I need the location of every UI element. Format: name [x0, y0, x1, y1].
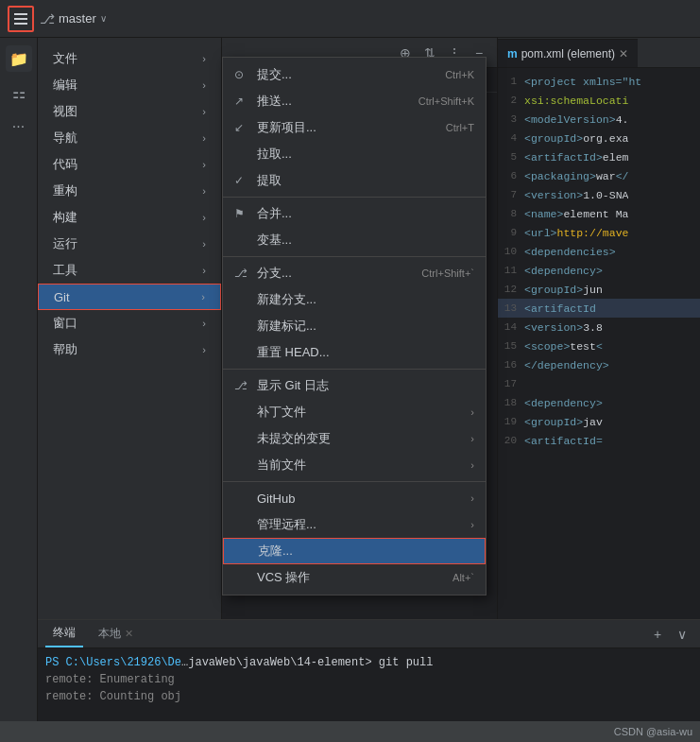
code-line-20: 20 <artifactId= [498, 431, 700, 450]
menu-item-run-label: 运行 [53, 235, 77, 252]
menu-item-build[interactable]: 构建 › [38, 204, 221, 231]
submenu-patch-file[interactable]: 补丁文件 › [223, 399, 486, 425]
submenu-current-file[interactable]: 当前文件 › [223, 452, 486, 478]
terminal-tab-label: 终端 [53, 625, 76, 641]
submenu-branch-label: 分支... [257, 265, 292, 282]
submenu-manage-remotes-arrow: › [470, 519, 474, 530]
submenu-new-tag[interactable]: 新建标记... [223, 313, 486, 339]
terminal-line-1: PS C:\Users\21926\De…javaWeb\javaWeb\14-… [45, 654, 692, 671]
csdn-status: CSDN @asia-wu [614, 726, 692, 737]
submenu-branch[interactable]: ⎇ 分支... Ctrl+Shift+` [223, 260, 486, 286]
submenu-github-arrow: › [470, 492, 474, 504]
menu-item-window[interactable]: 窗口 › [38, 310, 221, 336]
submenu-branch-shortcut: Ctrl+Shift+` [421, 267, 474, 279]
editor-tab-pom[interactable]: m pom.xml (element) ✕ [498, 39, 638, 67]
menu-item-build-label: 构建 [53, 209, 77, 226]
git-log-icon: ⎇ [234, 379, 249, 392]
submenu-update[interactable]: ↙ 更新项目... Ctrl+T [223, 114, 486, 141]
editor-tab-label: pom.xml (element) [521, 47, 615, 60]
submenu-show-git-log[interactable]: ⎇ 显示 Git 日志 [223, 372, 486, 399]
terminal-add-button[interactable]: + [647, 624, 668, 645]
code-line-4: 4 <groupId>org.exa [498, 129, 700, 147]
code-line-17: 17 [498, 374, 700, 393]
submenu-uncommitted-changes[interactable]: 未提交的变更 › [223, 425, 486, 452]
top-bar-left: ⎇ master ∨ [8, 6, 107, 32]
submenu-clone[interactable]: 克隆... [223, 538, 486, 564]
submenu-new-branch[interactable]: 新建分支... [223, 286, 486, 313]
submenu-push-shortcut: Ctrl+Shift+K [418, 95, 474, 107]
submenu-commit[interactable]: ⊙ 提交... Ctrl+K [223, 61, 486, 88]
menu-item-help-arrow: › [202, 344, 206, 355]
terminal-tabs: 终端 本地 ✕ + ∨ [38, 620, 700, 648]
sidebar-icons: 📁 ⚏ ··· [0, 38, 38, 742]
menu-item-tools[interactable]: 工具 › [38, 257, 221, 284]
menu-item-navigate-arrow: › [202, 132, 206, 144]
submenu-new-branch-label: 新建分支... [257, 291, 316, 308]
submenu-manage-remotes[interactable]: 管理远程... › [223, 511, 486, 538]
menu-item-navigate[interactable]: 导航 › [38, 125, 221, 151]
tab-m-icon: m [507, 47, 518, 60]
local-tab[interactable]: 本地 ✕ [91, 621, 141, 647]
hamburger-line-1 [14, 13, 27, 15]
menu-item-build-arrow: › [202, 212, 206, 223]
submenu-divider-2 [223, 256, 486, 257]
menu-item-refactor[interactable]: 重构 › [38, 178, 221, 204]
submenu-fetch[interactable]: ✓ 提取 [223, 167, 486, 194]
terminal-dropdown-button[interactable]: ∨ [672, 624, 692, 645]
menu-item-file[interactable]: 文件 › [38, 45, 221, 72]
code-line-1: 1 <project xmlns="ht [498, 72, 700, 91]
submenu-rebase[interactable]: 变基... [223, 227, 486, 253]
menu-item-edit[interactable]: 编辑 › [38, 72, 221, 98]
menu-item-run[interactable]: 运行 › [38, 231, 221, 257]
submenu-push[interactable]: ↗ 推送... Ctrl+Shift+K [223, 88, 486, 114]
submenu-show-git-log-label: 显示 Git 日志 [257, 377, 329, 394]
submenu-vcs-label: VCS 操作 [257, 569, 310, 586]
submenu-merge[interactable]: ⚑ 合并... [223, 200, 486, 227]
commit-icon: ⊙ [234, 68, 249, 81]
code-line-5: 5 <artifactId>elem [498, 147, 700, 166]
submenu-reset-head[interactable]: 重置 HEAD... [223, 339, 486, 366]
submenu-update-label: 更新项目... [257, 119, 316, 136]
terminal-tab[interactable]: 终端 [45, 621, 83, 647]
menu-item-refactor-label: 重构 [53, 182, 77, 199]
menu-item-refactor-arrow: › [202, 185, 206, 197]
submenu-pull[interactable]: 拉取... [223, 141, 486, 167]
submenu-github[interactable]: GitHub › [223, 485, 486, 511]
menu-item-code-arrow: › [202, 159, 206, 170]
menu-item-help[interactable]: 帮助 › [38, 336, 221, 363]
submenu-uncommitted-arrow: › [470, 433, 474, 444]
submenu-uncommitted-label: 未提交的变更 [257, 430, 331, 447]
submenu-fetch-label: 提取 [257, 172, 282, 189]
menu-item-code-label: 代码 [53, 156, 77, 173]
hamburger-button[interactable] [8, 6, 34, 32]
menu-item-code[interactable]: 代码 › [38, 151, 221, 178]
menu-item-git[interactable]: Git › [38, 284, 221, 310]
sidebar-icon-folder[interactable]: 📁 [6, 45, 32, 72]
menu-item-help-label: 帮助 [53, 341, 77, 358]
menu-item-git-label: Git [54, 290, 70, 304]
menu-item-window-arrow: › [202, 318, 206, 329]
menu-item-navigate-label: 导航 [53, 129, 77, 147]
git-submenu: ⊙ 提交... Ctrl+K ↗ 推送... Ctrl+Shift+K ↙ 更新… [222, 57, 487, 595]
submenu-commit-label: 提交... [257, 66, 292, 83]
local-tab-close[interactable]: ✕ [125, 628, 133, 640]
menu-item-run-arrow: › [202, 238, 206, 250]
status-bar: CSDN @asia-wu [0, 721, 700, 742]
git-branch-selector[interactable]: ⎇ master ∨ [40, 11, 107, 26]
tab-close-button[interactable]: ✕ [619, 47, 628, 60]
status-right: CSDN @asia-wu [614, 726, 692, 737]
sidebar-icon-grid[interactable]: ⚏ [6, 79, 32, 106]
submenu-reset-head-label: 重置 HEAD... [257, 344, 330, 361]
submenu-push-label: 推送... [257, 93, 292, 110]
submenu-patch-arrow: › [470, 406, 474, 418]
sidebar-icon-more[interactable]: ··· [6, 113, 32, 140]
menu-item-edit-arrow: › [202, 79, 206, 91]
push-icon: ↗ [234, 95, 249, 108]
submenu-vcs-operations[interactable]: VCS 操作 Alt+` [223, 564, 486, 591]
menu-item-view[interactable]: 视图 › [38, 98, 221, 125]
branch-dropdown-icon: ∨ [100, 13, 107, 24]
code-line-3: 3 <modelVersion>4. [498, 110, 700, 129]
code-line-6: 6 <packaging>war</ [498, 166, 700, 185]
submenu-new-tag-label: 新建标记... [257, 318, 316, 335]
terminal-output-2: remote: Counting obj [45, 690, 181, 703]
